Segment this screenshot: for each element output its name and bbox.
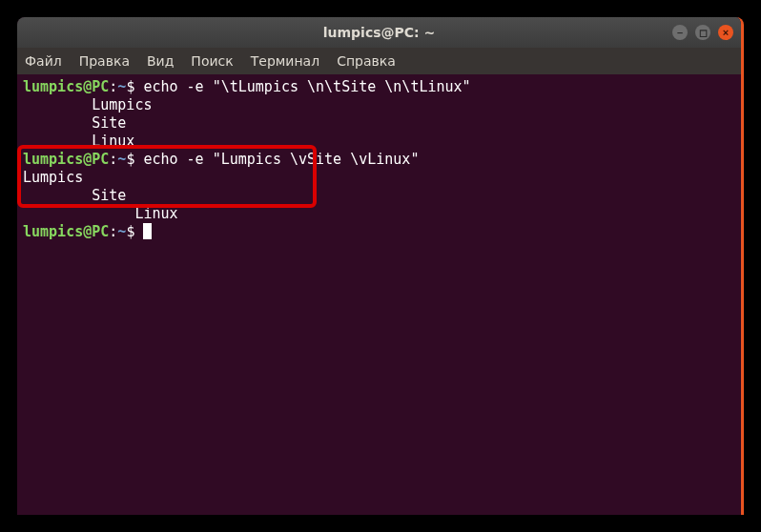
terminal-area[interactable]: lumpics@PC:~$ echo -e "\tLumpics \n\tSit…	[17, 74, 741, 515]
menu-help[interactable]: Справка	[337, 53, 396, 69]
menubar: Файл Правка Вид Поиск Терминал Справка	[17, 48, 741, 74]
terminal-output: Lumpics	[23, 96, 735, 114]
terminal-window: lumpics@PC: ~ – ◻ × Файл Правка Вид Поис…	[17, 17, 744, 515]
menu-file[interactable]: Файл	[25, 53, 62, 69]
window-title: lumpics@PC: ~	[323, 25, 436, 40]
terminal-output: Lumpics	[23, 169, 735, 187]
prompt-user: lumpics@PC	[23, 78, 109, 95]
terminal-output: Linux	[23, 205, 735, 223]
terminal-output: Linux	[23, 133, 735, 151]
terminal-line: lumpics@PC:~$ echo -e "\tLumpics \n\tSit…	[23, 78, 735, 96]
terminal-line: lumpics@PC:~$	[23, 223, 735, 241]
terminal-output: Site	[23, 187, 735, 205]
terminal-line: lumpics@PC:~$ echo -e "Lumpics \vSite \v…	[23, 151, 735, 169]
maximize-button[interactable]: ◻	[695, 25, 710, 40]
close-button[interactable]: ×	[718, 25, 733, 40]
cursor-icon	[143, 223, 152, 239]
terminal-output: Site	[23, 114, 735, 133]
prompt-colon: :	[109, 78, 117, 95]
titlebar[interactable]: lumpics@PC: ~ – ◻ ×	[17, 17, 741, 48]
prompt-user: lumpics@PC	[23, 223, 109, 240]
menu-view[interactable]: Вид	[147, 53, 174, 69]
command-text: echo -e "\tLumpics \n\tSite \n\tLinux"	[134, 78, 470, 95]
command-text: echo -e "Lumpics \vSite \vLinux"	[134, 151, 419, 168]
prompt-colon: :	[109, 223, 117, 240]
prompt-user: lumpics@PC	[23, 151, 109, 168]
command-text	[134, 223, 143, 240]
menu-edit[interactable]: Правка	[79, 53, 130, 69]
menu-terminal[interactable]: Терминал	[251, 53, 319, 69]
prompt-colon: :	[109, 151, 117, 168]
menu-search[interactable]: Поиск	[191, 53, 233, 69]
window-controls: – ◻ ×	[672, 25, 733, 40]
minimize-button[interactable]: –	[672, 25, 688, 40]
